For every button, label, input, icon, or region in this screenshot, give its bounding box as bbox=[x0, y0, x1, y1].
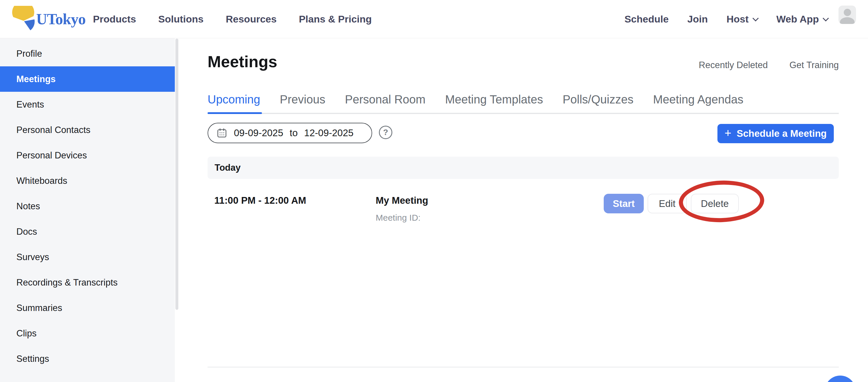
delete-button[interactable]: Delete bbox=[691, 194, 739, 213]
plus-icon: + bbox=[724, 127, 731, 139]
sidebar-item-recordings-transcripts[interactable]: Recordings & Transcripts bbox=[0, 270, 175, 295]
sidebar-list: Profile Meetings Events Personal Contact… bbox=[0, 41, 175, 372]
page-title: Meetings bbox=[208, 52, 277, 71]
sidebar-scrollbar[interactable] bbox=[176, 39, 178, 310]
meeting-time: 11:00 PM - 12:00 AM bbox=[214, 195, 306, 206]
tab-upcoming[interactable]: Upcoming bbox=[208, 86, 260, 113]
floating-help-button[interactable] bbox=[825, 376, 856, 382]
nav-join[interactable]: Join bbox=[687, 13, 708, 25]
zoom-web-portal: UTokyo Products Solutions Resources Plan… bbox=[0, 0, 868, 382]
calendar-icon bbox=[216, 127, 227, 138]
page-header-links: Recently Deleted Get Training bbox=[699, 60, 839, 70]
edit-button[interactable]: Edit bbox=[648, 194, 687, 213]
nav-host-dropdown[interactable]: Host bbox=[726, 13, 758, 25]
tab-personal-room[interactable]: Personal Room bbox=[345, 86, 426, 113]
sidebar-item-docs[interactable]: Docs bbox=[0, 219, 175, 244]
sidebar-item-personal-devices[interactable]: Personal Devices bbox=[0, 142, 175, 168]
nav-schedule[interactable]: Schedule bbox=[624, 13, 669, 25]
nav-host-label: Host bbox=[726, 13, 749, 25]
main-content: Meetings Recently Deleted Get Training U… bbox=[179, 38, 868, 382]
tab-previous[interactable]: Previous bbox=[280, 86, 326, 113]
nav-products[interactable]: Products bbox=[93, 13, 136, 25]
nav-plans-pricing[interactable]: Plans & Pricing bbox=[299, 13, 372, 25]
sidebar-item-meetings[interactable]: Meetings bbox=[0, 66, 175, 92]
sidebar-item-surveys[interactable]: Surveys bbox=[0, 244, 175, 270]
help-icon[interactable]: ? bbox=[379, 126, 392, 139]
end-date-value: 12-09-2025 bbox=[304, 127, 353, 138]
schedule-a-meeting-button[interactable]: + Schedule a Meeting bbox=[717, 124, 834, 143]
chevron-down-icon bbox=[823, 15, 829, 21]
nav-resources[interactable]: Resources bbox=[226, 13, 277, 25]
sidebar-item-notes[interactable]: Notes bbox=[0, 193, 175, 219]
avatar-person-icon bbox=[844, 9, 851, 16]
meeting-id-label: Meeting ID: bbox=[376, 213, 421, 223]
user-avatar[interactable] bbox=[838, 5, 856, 24]
meetings-tabs: Upcoming Previous Personal Room Meeting … bbox=[208, 86, 839, 114]
sidebar-item-summaries[interactable]: Summaries bbox=[0, 295, 175, 321]
utokyo-logo[interactable]: UTokyo bbox=[11, 3, 85, 34]
start-date-value: 09-09-2025 bbox=[234, 127, 283, 138]
sidebar: Profile Meetings Events Personal Contact… bbox=[0, 38, 175, 382]
top-header: UTokyo Products Solutions Resources Plan… bbox=[0, 0, 868, 38]
ginkgo-leaf-icon bbox=[11, 6, 35, 32]
nav-solutions[interactable]: Solutions bbox=[158, 13, 204, 25]
sidebar-item-personal-contacts[interactable]: Personal Contacts bbox=[0, 117, 175, 142]
tab-polls-quizzes[interactable]: Polls/Quizzes bbox=[562, 86, 633, 113]
nav-webapp-label: Web App bbox=[776, 13, 819, 25]
section-divider bbox=[208, 367, 839, 368]
schedule-button-label: Schedule a Meeting bbox=[737, 128, 827, 139]
tab-meeting-templates[interactable]: Meeting Templates bbox=[445, 86, 543, 113]
today-label: Today bbox=[215, 162, 241, 173]
sidebar-item-settings[interactable]: Settings bbox=[0, 346, 175, 372]
chevron-down-icon bbox=[752, 15, 758, 21]
date-range-picker[interactable]: 09-09-2025 to 12-09-2025 bbox=[208, 123, 372, 143]
date-range-separator: to bbox=[290, 127, 298, 138]
meeting-name[interactable]: My Meeting bbox=[376, 195, 428, 206]
get-training-link[interactable]: Get Training bbox=[789, 60, 839, 70]
start-button[interactable]: Start bbox=[604, 194, 644, 213]
sidebar-item-profile[interactable]: Profile bbox=[0, 41, 175, 66]
recently-deleted-link[interactable]: Recently Deleted bbox=[699, 60, 768, 70]
tab-meeting-agendas[interactable]: Meeting Agendas bbox=[653, 86, 743, 113]
logo-text: UTokyo bbox=[36, 10, 85, 28]
today-group-header: Today bbox=[208, 157, 839, 179]
session-nav: Schedule Join Host Web App bbox=[624, 0, 828, 38]
sidebar-item-clips[interactable]: Clips bbox=[0, 321, 175, 346]
primary-nav: Products Solutions Resources Plans & Pri… bbox=[93, 0, 372, 38]
nav-webapp-dropdown[interactable]: Web App bbox=[776, 13, 828, 25]
sidebar-item-events[interactable]: Events bbox=[0, 92, 175, 117]
sidebar-item-whiteboards[interactable]: Whiteboards bbox=[0, 168, 175, 193]
